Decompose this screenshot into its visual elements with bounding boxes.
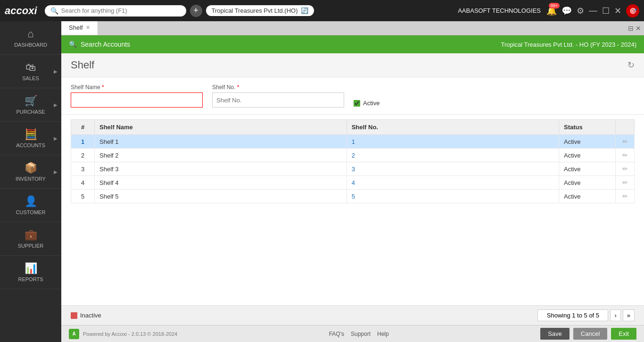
sidebar-item-customer[interactable]: 👤 CUSTOMER xyxy=(0,189,61,222)
inventory-arrow-icon: ▶ xyxy=(54,169,58,175)
search-bar[interactable]: 🔍 xyxy=(45,5,186,17)
cell-shelf-name: Shelf 1 xyxy=(95,135,347,149)
cell-action[interactable]: ✏ xyxy=(616,162,635,176)
active-checkbox-group: Active xyxy=(354,100,380,107)
cell-num: 2 xyxy=(71,149,95,162)
messages-icon[interactable]: 💬 xyxy=(561,6,572,16)
shelf-name-input[interactable] xyxy=(71,92,203,108)
edit-icon[interactable]: ✏ xyxy=(622,179,628,186)
search-input[interactable] xyxy=(61,7,174,14)
cell-action[interactable]: ✏ xyxy=(616,135,635,149)
cell-action[interactable]: ✏ xyxy=(616,149,635,162)
top-nav: accoxi 🔍 + Tropical Treasures Pvt Ltd.(H… xyxy=(0,0,644,21)
edit-icon[interactable]: ✏ xyxy=(622,138,628,145)
search-accounts-icon: 🔍 xyxy=(69,41,77,48)
tab-shelf[interactable]: Shelf ✕ xyxy=(61,21,98,35)
page-content: Shelf ↻ Shelf Name * Shelf No. * xyxy=(61,53,644,325)
required-star: * xyxy=(102,84,104,91)
sidebar-item-label-dashboard: DASHBOARD xyxy=(14,42,47,48)
cell-status: Active xyxy=(559,149,616,162)
faq-link[interactable]: FAQ's xyxy=(329,331,344,337)
close-window-icon[interactable]: ✕ xyxy=(614,6,621,16)
save-button[interactable]: Save xyxy=(540,328,570,340)
edit-icon[interactable]: ✏ xyxy=(622,165,628,173)
help-link[interactable]: Help xyxy=(377,331,389,337)
inactive-dot xyxy=(71,312,77,319)
cell-shelf-name: Shelf 5 xyxy=(95,190,347,203)
inactive-indicator: Inactive xyxy=(71,312,101,319)
last-page-button[interactable]: » xyxy=(623,309,635,321)
notifications-icon[interactable]: 🔔 99+ xyxy=(546,6,557,16)
add-button[interactable]: + xyxy=(190,5,202,17)
bottom-links: FAQ's Support Help xyxy=(329,331,389,337)
shelf-name-label: Shelf Name * xyxy=(71,84,203,91)
table-header-row: # Shelf Name Shelf No. Status xyxy=(71,120,635,135)
inactive-label: Inactive xyxy=(80,312,101,319)
notification-badge: 99+ xyxy=(549,3,560,8)
purchase-icon: 🛒 xyxy=(25,95,37,107)
col-header-shelf-name: Shelf Name xyxy=(95,120,347,135)
page-title: Shelf xyxy=(71,59,94,71)
exit-button[interactable]: Exit xyxy=(611,328,636,340)
refresh-company-icon[interactable]: 🔄 xyxy=(301,7,308,14)
table-row[interactable]: 2 Shelf 2 2 Active ✏ xyxy=(71,149,635,162)
refresh-button[interactable]: ↻ xyxy=(627,60,635,70)
shelf-no-label: Shelf No. * xyxy=(212,84,344,91)
sidebar-item-reports[interactable]: 📊 REPORTS xyxy=(0,256,61,289)
company-selector[interactable]: Tropical Treasures Pvt Ltd.(HO) 🔄 xyxy=(206,5,314,16)
pagination: Showing 1 to 5 of 5 › » xyxy=(537,309,635,321)
sidebar-item-sales[interactable]: 🛍 SALES ▶ xyxy=(0,55,61,88)
inventory-icon: 📦 xyxy=(25,162,37,174)
form-area: Shelf Name * Shelf No. * Active xyxy=(61,77,644,115)
tab-restore-button[interactable]: ⊟ xyxy=(628,25,634,32)
support-link[interactable]: Support xyxy=(351,331,371,337)
shelf-no-input[interactable] xyxy=(212,92,344,108)
cell-action[interactable]: ✏ xyxy=(616,190,635,203)
sidebar-item-label-purchase: PURCHASE xyxy=(16,109,45,115)
table-row[interactable]: 4 Shelf 4 4 Active ✏ xyxy=(71,176,635,190)
settings-icon[interactable]: ⚙ xyxy=(577,6,584,16)
avatar[interactable]: 🎯 xyxy=(626,4,639,17)
sidebar-item-inventory[interactable]: 📦 INVENTORY ▶ xyxy=(0,155,61,189)
next-page-button[interactable]: › xyxy=(610,309,620,321)
table-row[interactable]: 3 Shelf 3 3 Active ✏ xyxy=(71,162,635,176)
powered-by-text: Powered by Accoxi - 2.0.13 © 2018-2024 xyxy=(83,331,177,337)
active-checkbox[interactable] xyxy=(354,100,360,107)
sidebar-item-accounts[interactable]: 🧮 ACCOUNTS ▶ xyxy=(0,122,61,155)
sidebar-item-label-accounts: ACCOUNTS xyxy=(16,142,45,148)
nav-icons: 🔔 99+ 💬 ⚙ — ☐ ✕ 🎯 xyxy=(546,4,639,17)
minimize-icon[interactable]: — xyxy=(589,6,597,16)
sidebar-item-supplier[interactable]: 💼 SUPPLIER xyxy=(0,222,61,256)
tab-close-button[interactable]: ✕ xyxy=(636,25,641,32)
tab-close-icon[interactable]: ✕ xyxy=(86,25,90,31)
cell-action[interactable]: ✏ xyxy=(616,176,635,190)
logo: accoxi xyxy=(5,5,37,17)
search-accounts-btn[interactable]: 🔍 Search Accounts xyxy=(69,41,130,48)
active-label: Active xyxy=(363,100,380,107)
dashboard-icon: ⌂ xyxy=(27,28,33,40)
main-content: Shelf ✕ ⊟ ✕ 🔍 Search Accounts Tropical T… xyxy=(61,21,644,342)
cell-num: 5 xyxy=(71,190,95,203)
table-row[interactable]: 1 Shelf 1 1 Active ✏ xyxy=(71,135,635,149)
edit-icon[interactable]: ✏ xyxy=(622,192,628,200)
sidebar-item-label-reports: REPORTS xyxy=(18,276,43,282)
supplier-icon: 💼 xyxy=(25,229,37,241)
restore-icon[interactable]: ☐ xyxy=(602,6,610,16)
sidebar-item-purchase[interactable]: 🛒 PURCHASE ▶ xyxy=(0,88,61,122)
cell-num: 1 xyxy=(71,135,95,149)
required-star-no: * xyxy=(237,84,239,91)
cancel-button[interactable]: Cancel xyxy=(573,328,607,340)
cell-num: 4 xyxy=(71,176,95,190)
search-accounts-label: Search Accounts xyxy=(81,41,130,48)
cell-shelf-no: 2 xyxy=(347,149,559,162)
page-header: Shelf ↻ xyxy=(61,53,644,77)
sidebar-item-dashboard[interactable]: ⌂ DASHBOARD xyxy=(0,21,61,55)
cell-status: Active xyxy=(559,162,616,176)
shelf-name-group: Shelf Name * xyxy=(71,84,203,108)
edit-icon[interactable]: ✏ xyxy=(622,151,628,159)
nav-right: AABASOFT TECHNOLOGIES 🔔 99+ 💬 ⚙ — ☐ ✕ 🎯 xyxy=(458,4,639,17)
tab-label-shelf: Shelf xyxy=(69,24,83,31)
table-row[interactable]: 5 Shelf 5 5 Active ✏ xyxy=(71,190,635,203)
sales-arrow-icon: ▶ xyxy=(54,69,58,74)
cell-status: Active xyxy=(559,135,616,149)
